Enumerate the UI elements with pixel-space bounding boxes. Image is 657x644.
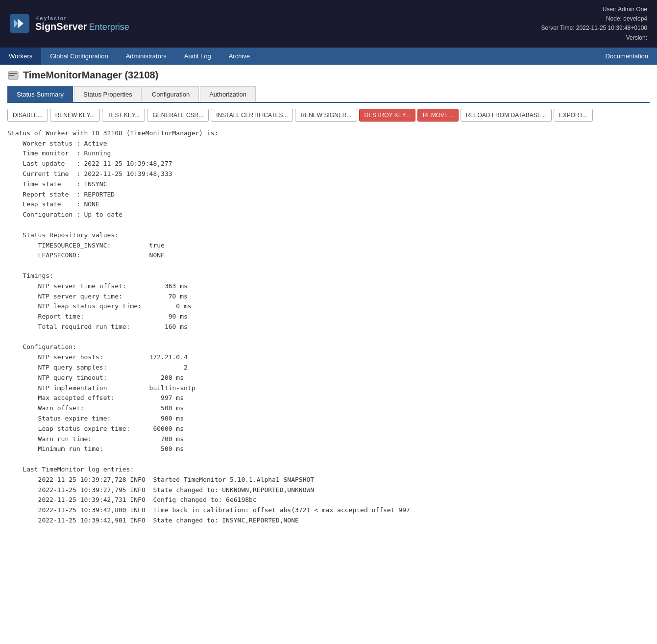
install-certificates-button[interactable]: INSTALL CERTIFICATES... <box>211 109 293 122</box>
svg-rect-5 <box>9 75 14 76</box>
nav-right: Documentation <box>597 48 657 65</box>
svg-rect-4 <box>9 73 17 74</box>
signserver-label: SignServer <box>35 21 87 32</box>
nav-left: Workers Global Configuration Administrat… <box>0 48 259 65</box>
action-buttons-bar: DISABLE... RENEW KEY... TEST KEY... GENE… <box>7 109 650 122</box>
disable-button[interactable]: DISABLE... <box>7 109 48 122</box>
nav-archive[interactable]: Archive <box>220 48 259 65</box>
tabs-bar: Status Summary Status Properties Configu… <box>7 86 650 103</box>
server-info: User: Admin One Node: develop4 Server Ti… <box>541 5 647 43</box>
reload-from-database-button[interactable]: RELOAD FROM DATABASE... <box>461 109 552 122</box>
page-title: TimeMonitorManager (32108) <box>23 70 158 81</box>
server-time-info: Server Time: 2022-11-25 10:39:48+0100 <box>541 24 647 33</box>
page-title-row: TimeMonitorManager (32108) <box>7 70 650 81</box>
node-info: Node: develop4 <box>541 14 647 24</box>
tab-status-properties[interactable]: Status Properties <box>74 86 142 102</box>
remove-button[interactable]: REMOVE... <box>417 109 459 122</box>
main-nav: Workers Global Configuration Administrat… <box>0 48 657 65</box>
keyfactor-logo-icon <box>10 14 29 33</box>
nav-global-config[interactable]: Global Configuration <box>41 48 117 65</box>
worker-icon <box>7 70 19 81</box>
keyfactor-label: Keyfactor <box>35 15 129 21</box>
export-button[interactable]: EXPORT... <box>554 109 593 122</box>
nav-audit-log[interactable]: Audit Log <box>175 48 220 65</box>
nav-administrators[interactable]: Administrators <box>117 48 175 65</box>
test-key-button[interactable]: TEST KEY... <box>102 109 145 122</box>
status-content: Status of Worker with ID 32108 (TimeMoni… <box>7 128 650 526</box>
destroy-key-button[interactable]: DESTROY KEY... <box>359 109 416 122</box>
version-info: Version: <box>541 33 647 43</box>
app-header: Keyfactor SignServer Enterprise User: Ad… <box>0 0 657 48</box>
generate-csr-button[interactable]: GENERATE CSR... <box>147 109 209 122</box>
tab-status-summary[interactable]: Status Summary <box>7 86 73 102</box>
tab-authorization[interactable]: Authorization <box>200 86 256 102</box>
nav-workers[interactable]: Workers <box>0 48 41 65</box>
renew-key-button[interactable]: RENEW KEY... <box>50 109 100 122</box>
nav-documentation[interactable]: Documentation <box>597 48 657 65</box>
renew-signer-button[interactable]: RENEW SIGNER... <box>295 109 357 122</box>
tab-configuration[interactable]: Configuration <box>143 86 199 102</box>
enterprise-label: Enterprise <box>89 22 129 32</box>
page-content: TimeMonitorManager (32108) Status Summar… <box>0 65 657 531</box>
logo-area: Keyfactor SignServer Enterprise <box>10 14 129 33</box>
user-info: User: Admin One <box>541 5 647 14</box>
logo-text-area: Keyfactor SignServer Enterprise <box>35 15 129 32</box>
